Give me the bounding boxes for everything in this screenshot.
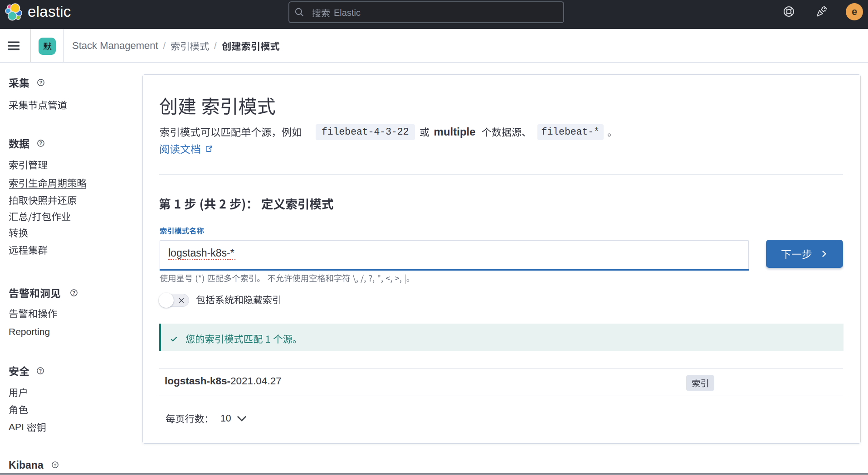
svg-text:?: ? [39, 141, 42, 146]
svg-text:?: ? [73, 290, 75, 296]
svg-text:?: ? [39, 80, 42, 85]
svg-text:?: ? [54, 462, 56, 467]
svg-text:?: ? [39, 368, 42, 373]
